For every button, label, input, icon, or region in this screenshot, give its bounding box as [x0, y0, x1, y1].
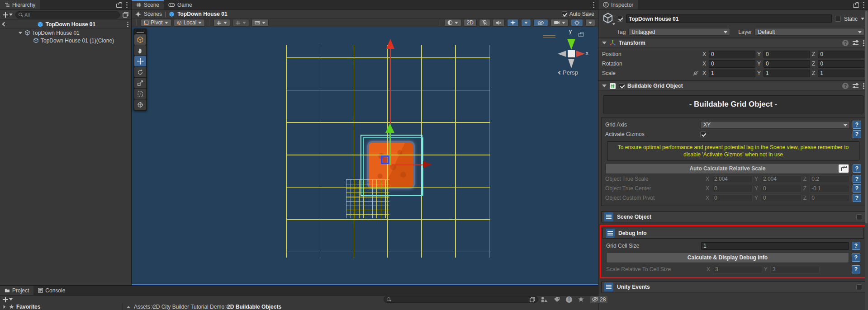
- gizmo-axis-line-green[interactable]: [389, 132, 391, 165]
- section-checkbox[interactable]: [856, 214, 862, 220]
- auto-save-toggle[interactable]: Auto Save: [562, 11, 594, 17]
- gizmo-arrowhead-red-up[interactable]: [386, 39, 394, 49]
- breadcrumb-assets[interactable]: Assets: [134, 304, 150, 310]
- help-button[interactable]: ?: [853, 175, 861, 183]
- gizmos-toggle-button[interactable]: [571, 19, 583, 27]
- position-y-field[interactable]: 0: [764, 51, 810, 58]
- scene-viewport[interactable]: y x Persp: [132, 27, 598, 284]
- 2d-mode-button[interactable]: 2D: [464, 19, 477, 27]
- static-dropdown-icon[interactable]: [861, 18, 864, 20]
- tab-console[interactable]: Console: [33, 286, 70, 295]
- tag-dropdown[interactable]: Untagged: [628, 28, 730, 36]
- gameobject-name-field[interactable]: [626, 14, 832, 23]
- gizmos-dropdown-button[interactable]: [585, 19, 595, 27]
- hierarchy-search-input[interactable]: [24, 12, 117, 18]
- scale-z-field[interactable]: 1: [818, 70, 864, 77]
- debug-info-section[interactable]: Debug Info: [602, 228, 864, 239]
- rotation-x-field[interactable]: 0: [709, 60, 755, 68]
- project-search[interactable]: [384, 296, 538, 303]
- scene-object-section[interactable]: Scene Object: [601, 211, 865, 222]
- gizmo-lock-icon[interactable]: [579, 32, 583, 37]
- active-checkbox[interactable]: [617, 16, 623, 22]
- help-button[interactable]: ?: [853, 130, 861, 138]
- help-icon[interactable]: ?: [842, 83, 849, 89]
- linked-scale-icon[interactable]: [693, 70, 699, 76]
- scale-x-field[interactable]: 1: [709, 70, 755, 77]
- layer-dropdown[interactable]: Default: [754, 28, 864, 36]
- help-button[interactable]: ?: [853, 164, 861, 173]
- gizmo-axis-line-red-right[interactable]: [392, 164, 423, 165]
- presets-icon[interactable]: [853, 40, 859, 46]
- create-asset-button[interactable]: [3, 297, 13, 302]
- create-button[interactable]: [3, 12, 13, 18]
- foldout-icon[interactable]: [4, 305, 6, 309]
- scale-tool-button[interactable]: [134, 78, 146, 88]
- view-tool-button[interactable]: [134, 34, 146, 45]
- presets-icon[interactable]: [853, 83, 859, 89]
- gizmo-left-cone[interactable]: [558, 51, 566, 57]
- rotation-y-field[interactable]: 0: [764, 60, 810, 68]
- effects-toggle-button[interactable]: [507, 19, 519, 27]
- breadcrumb-current[interactable]: 2D Buildable Objects: [227, 304, 281, 310]
- lock-toggle-button[interactable]: [839, 164, 849, 173]
- lock-icon[interactable]: [116, 2, 121, 8]
- grid-cell-size-field[interactable]: 1: [701, 242, 849, 250]
- rotate-tool-button[interactable]: [134, 67, 146, 77]
- gizmo-arrowhead-green[interactable]: [385, 123, 394, 133]
- breadcrumb-folder[interactable]: 2D City Builder Tutorial Demo: [153, 304, 224, 310]
- pivot-button[interactable]: Pivot: [141, 19, 171, 27]
- filter-by-label-icon[interactable]: [554, 296, 560, 302]
- pivot-handle[interactable]: [381, 155, 389, 164]
- gizmo-y-cone[interactable]: [567, 39, 575, 50]
- component-enabled-checkbox[interactable]: [619, 83, 625, 89]
- pick-window-icon[interactable]: [123, 12, 128, 18]
- kebab-menu-icon[interactable]: [127, 21, 128, 28]
- help-button[interactable]: ?: [852, 254, 860, 262]
- tab-inspector[interactable]: Inspector: [598, 0, 638, 9]
- crumb-scenes[interactable]: Scenes: [144, 11, 162, 17]
- open-search-window-icon[interactable]: [530, 297, 535, 302]
- auto-calculate-button[interactable]: Auto Calculate Relative Scale: [605, 163, 850, 174]
- gizmo-square[interactable]: [568, 50, 575, 57]
- help-button[interactable]: ?: [853, 184, 861, 193]
- hierarchy-search[interactable]: [15, 11, 120, 19]
- gizmo-arrowhead-red-right[interactable]: [423, 161, 432, 168]
- kebab-menu-icon[interactable]: [863, 83, 864, 89]
- buildable-grid-object-header[interactable]: Buildable Grid Object ?: [598, 81, 868, 91]
- transform-header[interactable]: Transform ?: [598, 38, 868, 48]
- lock-icon[interactable]: [853, 2, 858, 8]
- gameobject-icon-button[interactable]: [602, 12, 614, 25]
- prefab-header-row[interactable]: TopDown House 01: [0, 20, 131, 29]
- persp-label[interactable]: Persp: [559, 69, 578, 76]
- foldout-icon[interactable]: [602, 42, 607, 44]
- grid-snap-button[interactable]: [232, 19, 249, 27]
- help-button[interactable]: ?: [852, 242, 860, 250]
- project-search-input[interactable]: [393, 297, 528, 302]
- alert-icon[interactable]: !: [566, 296, 572, 303]
- collapse-icon[interactable]: [127, 306, 130, 308]
- filter-by-type-icon[interactable]: [541, 296, 548, 302]
- kebab-menu-icon[interactable]: [126, 2, 128, 8]
- activate-gizmos-checkbox[interactable]: [700, 132, 706, 137]
- audio-toggle-button[interactable]: [493, 19, 505, 27]
- scene-visibility-button[interactable]: [533, 19, 548, 27]
- transform-tool-button[interactable]: [134, 99, 146, 110]
- gizmo-x-cone[interactable]: [576, 51, 585, 57]
- grid-axis-dropdown[interactable]: XY: [700, 121, 850, 129]
- snap-increment-button[interactable]: [251, 19, 269, 27]
- tab-game[interactable]: Game: [164, 0, 197, 9]
- position-x-field[interactable]: 0: [709, 51, 755, 58]
- inspector-scrollbar[interactable]: [865, 10, 868, 310]
- camera-preview-button[interactable]: [550, 19, 569, 27]
- shading-mode-button[interactable]: [444, 19, 461, 27]
- scale-y-field[interactable]: 1: [764, 70, 810, 77]
- toolstrip-handle[interactable]: [134, 29, 146, 34]
- hidden-items-button[interactable]: 28: [590, 296, 607, 303]
- section-checkbox[interactable]: [856, 284, 862, 290]
- help-button[interactable]: ?: [852, 265, 860, 273]
- favorites-row[interactable]: Favorites: [0, 303, 123, 310]
- tab-scene[interactable]: Scene: [132, 0, 164, 9]
- gizmo-down-cone[interactable]: [568, 59, 574, 68]
- lighting-toggle-button[interactable]: [479, 19, 490, 27]
- help-icon[interactable]: ?: [842, 40, 849, 46]
